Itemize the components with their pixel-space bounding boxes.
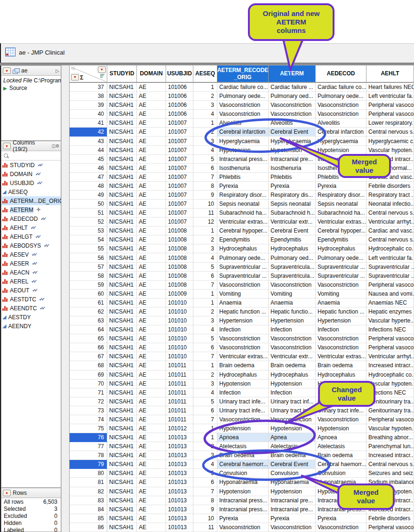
cell-aeterm-recode-orig[interactable]: Subarachnoid ha...: [217, 209, 269, 218]
cell-aedecod[interactable]: Phlebitis: [316, 173, 366, 182]
cell-studyid[interactable]: NICSAH1: [107, 371, 137, 379]
cell-rownum[interactable]: 60: [70, 290, 107, 298]
cell-domain[interactable]: AE: [137, 478, 166, 487]
cell-studyid[interactable]: NICSAH1: [107, 83, 137, 92]
cell-domain[interactable]: AE: [137, 226, 166, 235]
cell-usubjid[interactable]: 101011: [166, 388, 193, 397]
cell-aeterm-recode-orig[interactable]: Vasoconstriction: [217, 415, 269, 424]
cell-aeterm[interactable]: Sepsis neonatal: [269, 200, 316, 209]
cell-rownum[interactable]: 84: [70, 505, 107, 514]
cell-domain[interactable]: AE: [137, 496, 166, 505]
cell-aeseq[interactable]: 2: [193, 307, 217, 316]
cell-studyid[interactable]: NICSAH1: [107, 92, 137, 101]
cell-aeterm[interactable]: Vasoconstriction: [269, 415, 316, 424]
cell-rownum[interactable]: 86: [70, 523, 107, 532]
cell-aeseq[interactable]: 3: [193, 316, 217, 325]
cell-aedecod[interactable]: Intracranial press...: [316, 155, 366, 164]
cell-aedecod[interactable]: Subarachnoid ha...: [316, 209, 366, 218]
cell-domain[interactable]: AE: [137, 272, 166, 281]
cell-domain[interactable]: AE: [137, 307, 166, 316]
cell-domain[interactable]: AE: [137, 83, 166, 92]
cell-studyid[interactable]: NICSAH1: [107, 182, 137, 191]
cell-aeseq[interactable]: 4: [193, 325, 217, 334]
cell-studyid[interactable]: NICSAH1: [107, 514, 137, 523]
cell-aeterm[interactable]: Ventricular extr...: [269, 218, 316, 226]
cell-usubjid[interactable]: 101009: [166, 290, 193, 298]
cell-aeseq[interactable]: 3: [193, 379, 217, 388]
cell-studyid[interactable]: NICSAH1: [107, 218, 137, 226]
cell-aeseq[interactable]: 6: [193, 272, 217, 281]
cell-aehlt[interactable]: Infections NEC: [366, 388, 414, 397]
cell-aeterm[interactable]: Hyponatraemia: [269, 478, 316, 487]
cell-domain[interactable]: AE: [137, 316, 166, 325]
cell-aedecod[interactable]: Pulmonary oede...: [316, 253, 366, 262]
cell-aeterm-recode-orig[interactable]: Hydrocephalus: [217, 244, 269, 253]
cell-aeterm-recode-orig[interactable]: Vasoconstriction: [217, 101, 269, 110]
cell-aehlt[interactable]: Increased intracr...: [366, 505, 414, 514]
cell-aeseq[interactable]: 3: [193, 101, 217, 110]
cell-aehlt[interactable]: Central nervous s...: [366, 235, 414, 244]
cell-usubjid[interactable]: 101007: [166, 200, 193, 209]
cell-rownum[interactable]: 61: [70, 298, 107, 307]
cell-usubjid[interactable]: 101007: [166, 128, 193, 137]
cell-rownum[interactable]: 72: [70, 397, 107, 406]
cell-aeterm-recode-orig[interactable]: Ventricular extras...: [217, 218, 269, 226]
cell-aeseq[interactable]: 8: [193, 182, 217, 191]
cell-aedecod[interactable]: Brain oedema: [316, 361, 366, 370]
cell-aedecod[interactable]: Alveolitis: [316, 119, 366, 128]
cell-aeterm-recode-orig[interactable]: Vasoconstriction: [217, 281, 269, 290]
cell-rownum[interactable]: 45: [70, 155, 107, 164]
cell-aehlt[interactable]: Supraventricular ...: [366, 263, 414, 272]
cell-usubjid[interactable]: 101007: [166, 209, 193, 218]
cell-aeterm[interactable]: Subarachnoid h...: [269, 209, 316, 218]
cell-aeseq[interactable]: 1: [193, 424, 217, 433]
cell-aeseq[interactable]: 5: [193, 263, 217, 272]
scroll-left-icon[interactable]: ◁: [71, 66, 74, 71]
cell-aedecod[interactable]: Vasoconstriction: [316, 334, 366, 343]
cell-aehlt[interactable]: Breathing abnor...: [366, 433, 414, 442]
cell-aedecod[interactable]: Hypotension: [316, 379, 366, 388]
cell-aehlt[interactable]: Vascular hypoten...: [366, 379, 414, 388]
cell-studyid[interactable]: NICSAH1: [107, 505, 137, 514]
cell-aehlt[interactable]: Hydrocephalic co...: [366, 244, 414, 253]
cell-aedecod[interactable]: Cerebral hypoper...: [316, 226, 366, 235]
cell-aedecod[interactable]: Infection: [316, 388, 366, 397]
cell-aedecod[interactable]: Atelectasis: [316, 442, 366, 451]
cell-domain[interactable]: AE: [137, 388, 166, 397]
cell-aeseq[interactable]: 1: [193, 83, 217, 92]
cell-aeterm-recode-orig[interactable]: Hyponatraemia: [217, 478, 269, 487]
cell-aeterm[interactable]: Vomiting: [269, 290, 316, 298]
cell-aeterm[interactable]: Isosthenuria: [269, 164, 316, 173]
cell-rownum[interactable]: 70: [70, 379, 107, 388]
summation-icon[interactable]: Σ: [80, 74, 83, 81]
cell-rownum[interactable]: 81: [70, 478, 107, 487]
cell-aeterm-recode-orig[interactable]: Brain oedema: [217, 361, 269, 370]
cell-aehlt[interactable]: Lower respiratory...: [366, 119, 414, 128]
table-panel-header[interactable]: ▼ ae ▷: [1, 66, 61, 76]
cell-usubjid[interactable]: 101013: [166, 433, 193, 442]
cell-domain[interactable]: AE: [137, 244, 166, 253]
cell-aeterm[interactable]: Hydrocephalus: [269, 244, 316, 253]
cell-aeterm[interactable]: Apnea: [269, 433, 316, 442]
cell-aeterm[interactable]: Hepatic functio...: [269, 307, 316, 316]
cell-aeterm[interactable]: Vasoconstriction: [269, 281, 316, 290]
cell-domain[interactable]: AE: [137, 343, 166, 352]
cell-usubjid[interactable]: 101010: [166, 334, 193, 343]
cell-aeseq[interactable]: 2: [193, 442, 217, 451]
cell-rownum[interactable]: 51: [70, 209, 107, 218]
cell-usubjid[interactable]: 101013: [166, 505, 193, 514]
cell-aeseq[interactable]: 11: [193, 209, 217, 218]
cell-aedecod[interactable]: Infection: [316, 325, 366, 334]
cell-usubjid[interactable]: 101010: [166, 343, 193, 352]
cell-aeterm-recode-orig[interactable]: Urinary tract infe...: [217, 397, 269, 406]
cell-aehlt[interactable]: Supraventricular ...: [366, 272, 414, 281]
cell-domain[interactable]: AE: [137, 281, 166, 290]
cell-aehlt[interactable]: Increased intracr...: [366, 451, 414, 460]
cell-rownum[interactable]: 37: [70, 83, 107, 92]
cell-aehlt[interactable]: Febrile disorders: [366, 514, 414, 523]
cell-aeseq[interactable]: 1: [193, 298, 217, 307]
cell-aeseq[interactable]: 2: [193, 128, 217, 137]
cell-usubjid[interactable]: 101010: [166, 316, 193, 325]
cell-usubjid[interactable]: 101011: [166, 397, 193, 406]
cell-aeseq[interactable]: 7: [193, 352, 217, 361]
